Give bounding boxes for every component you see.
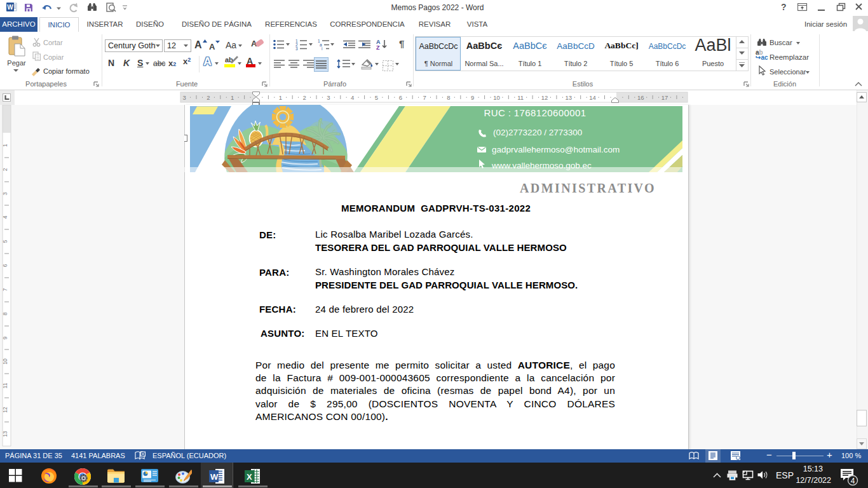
svg-text:4: 4 xyxy=(351,94,354,101)
svg-text:9: 9 xyxy=(2,336,8,339)
svg-text:2: 2 xyxy=(2,168,8,171)
svg-text:12: 12 xyxy=(2,407,8,413)
svg-text:5: 5 xyxy=(2,240,8,243)
svg-text:7: 7 xyxy=(2,288,8,291)
svg-text:16: 16 xyxy=(637,94,644,101)
svg-text:1: 1 xyxy=(2,144,8,147)
svg-text:13: 13 xyxy=(566,94,573,101)
svg-text:(02)2773220 / 2773300: (02)2773220 / 2773300 xyxy=(493,128,582,137)
svg-text:12: 12 xyxy=(541,94,548,101)
svg-text:8: 8 xyxy=(2,312,8,315)
svg-text:11: 11 xyxy=(2,383,8,388)
svg-text:2: 2 xyxy=(302,94,306,101)
svg-text:6: 6 xyxy=(399,94,402,101)
svg-text:4: 4 xyxy=(851,477,855,485)
svg-text:11: 11 xyxy=(517,94,524,101)
svg-text:17: 17 xyxy=(661,94,668,101)
svg-text:1: 1 xyxy=(231,94,234,101)
svg-text:1: 1 xyxy=(279,94,282,101)
svg-text:14: 14 xyxy=(589,94,596,101)
svg-text:2: 2 xyxy=(207,94,210,101)
svg-text:3: 3 xyxy=(2,192,8,195)
svg-text:6: 6 xyxy=(2,264,8,267)
svg-text:X: X xyxy=(247,472,252,482)
svg-text:gadprvallehermoso@hotmail.com: gadprvallehermoso@hotmail.com xyxy=(492,145,620,154)
svg-text:W: W xyxy=(210,472,219,482)
svg-text:13: 13 xyxy=(2,431,8,437)
svg-text:5: 5 xyxy=(375,94,378,101)
svg-text:10: 10 xyxy=(493,94,500,101)
svg-text:4: 4 xyxy=(2,215,8,219)
svg-text:9: 9 xyxy=(471,94,474,101)
svg-text:7: 7 xyxy=(423,94,426,101)
svg-text:RUC : 1768120600001: RUC : 1768120600001 xyxy=(484,107,586,118)
svg-text:10: 10 xyxy=(2,358,8,365)
svg-text:3: 3 xyxy=(182,94,186,101)
svg-text:8: 8 xyxy=(447,94,450,101)
svg-text:3: 3 xyxy=(327,94,330,101)
